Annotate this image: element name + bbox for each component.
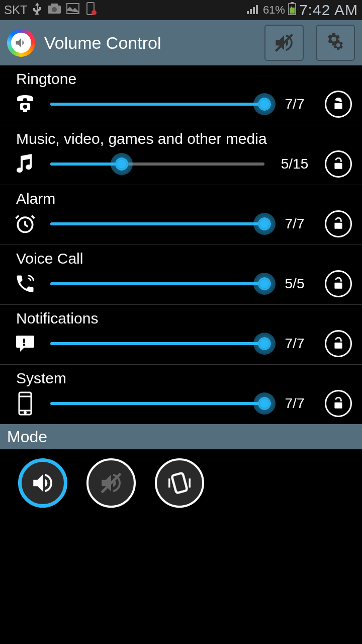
music-slider[interactable]	[50, 153, 264, 175]
volume-label: Notifications	[10, 310, 352, 327]
mode-buttons	[0, 449, 362, 517]
svg-rect-32	[171, 473, 187, 494]
mode-vibrate-button[interactable]	[155, 458, 204, 508]
lock-button[interactable]	[325, 210, 352, 237]
volume-row-music: Music, video, games and other media 5/15	[0, 125, 362, 185]
app-logo-icon	[7, 29, 35, 57]
music-icon	[10, 153, 40, 175]
mode-header: Mode	[0, 424, 362, 449]
volume-row-voicecall: Voice Call 5/5	[0, 245, 362, 305]
volume-row-notifications: Notifications 7/7	[0, 305, 362, 365]
volume-label: Alarm	[10, 190, 352, 207]
volume-list: Ringtone 7/7 Music, video, games and oth…	[0, 65, 362, 424]
volume-label: System	[10, 370, 352, 387]
mode-mute-button[interactable]	[86, 458, 136, 508]
volume-value: 7/7	[275, 395, 315, 412]
ringtone-icon	[10, 94, 40, 114]
lock-button[interactable]	[325, 390, 352, 417]
svg-point-15	[23, 105, 27, 109]
volume-row-ringtone: Ringtone 7/7	[0, 65, 362, 125]
svg-rect-7	[250, 9, 252, 14]
notification-icon	[10, 334, 40, 354]
app-title: Volume Control	[44, 33, 252, 53]
app-header: Volume Control	[0, 20, 362, 65]
svg-rect-24	[23, 344, 25, 346]
svg-rect-25	[334, 343, 342, 349]
carrier-label: SKT	[4, 3, 28, 17]
svg-rect-1	[51, 4, 58, 7]
volume-row-system: System 7/7	[0, 365, 362, 424]
volume-label: Voice Call	[10, 250, 352, 267]
battery-percent: 61%	[263, 4, 285, 17]
voicecall-slider[interactable]	[50, 273, 264, 295]
volume-row-alarm: Alarm 7/7	[0, 185, 362, 245]
ringtone-slider[interactable]	[50, 93, 264, 115]
svg-rect-18	[334, 163, 342, 169]
lock-button[interactable]	[325, 150, 352, 178]
volume-value: 5/15	[275, 156, 315, 172]
settings-button[interactable]	[316, 25, 355, 61]
volume-label: Ringtone	[10, 70, 352, 88]
alarm-slider[interactable]	[50, 213, 264, 235]
camera-icon	[47, 3, 62, 18]
svg-point-29	[25, 412, 26, 414]
volume-value: 7/7	[275, 216, 315, 232]
svg-rect-8	[253, 7, 255, 14]
notifications-slider[interactable]	[50, 333, 264, 355]
system-icon	[10, 391, 40, 416]
alarm-icon	[10, 213, 40, 235]
mute-button[interactable]	[264, 25, 304, 61]
screenshot-icon	[84, 2, 97, 19]
photo-icon	[66, 3, 80, 18]
mode-sound-button[interactable]	[18, 458, 67, 508]
lock-button[interactable]	[325, 330, 352, 357]
svg-rect-6	[247, 11, 249, 14]
usb-icon	[32, 2, 43, 19]
volume-value: 7/7	[275, 336, 315, 352]
svg-rect-20	[334, 223, 342, 229]
status-bar: SKT 61% 7:42 AM	[0, 0, 362, 20]
lock-button[interactable]	[325, 91, 352, 118]
battery-icon	[288, 2, 296, 18]
lock-button[interactable]	[325, 270, 352, 297]
svg-rect-17	[334, 103, 342, 109]
volume-value: 7/7	[275, 96, 315, 112]
system-slider[interactable]	[50, 392, 264, 415]
signal-icon	[247, 3, 260, 17]
svg-rect-16	[23, 110, 27, 112]
svg-rect-23	[23, 339, 25, 343]
svg-rect-21	[334, 283, 342, 289]
voicecall-icon	[10, 273, 40, 295]
svg-point-5	[92, 10, 97, 15]
svg-rect-30	[334, 403, 342, 409]
svg-point-2	[52, 7, 57, 12]
svg-rect-9	[256, 5, 258, 14]
volume-label: Music, video, games and other media	[10, 130, 352, 147]
clock-label: 7:42 AM	[299, 2, 358, 19]
volume-value: 5/5	[275, 276, 315, 292]
